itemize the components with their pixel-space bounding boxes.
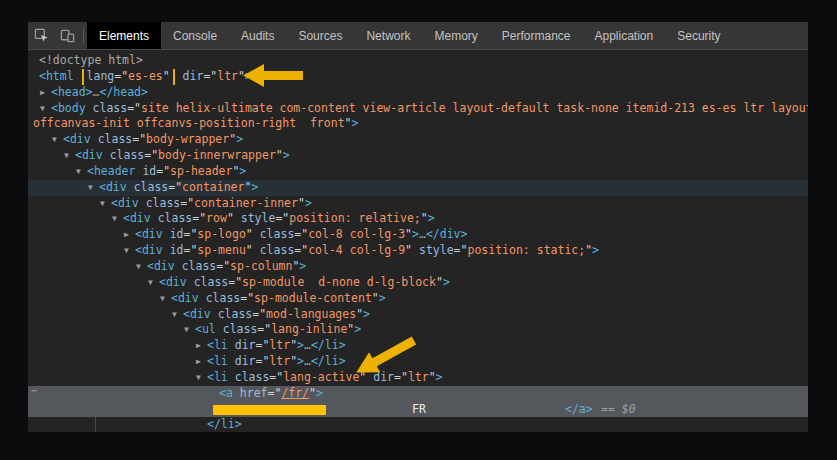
row-body-open[interactable]: ▼<body class="site helix-ultimate com-co… xyxy=(28,101,808,117)
expand-toggle-icon[interactable]: ▼ xyxy=(40,101,51,117)
expand-toggle-icon[interactable]: ▼ xyxy=(160,291,171,307)
code-segment: =" xyxy=(240,291,254,305)
code-segment: > xyxy=(443,275,450,289)
expand-toggle-icon[interactable]: ▼ xyxy=(196,370,207,386)
code-segment: <div xyxy=(135,243,170,257)
code-segment: > xyxy=(363,307,370,321)
row-div-container[interactable]: ▼<div class="container"> xyxy=(28,180,808,196)
row-li-close[interactable]: </li> xyxy=(28,417,808,432)
expand-toggle-icon[interactable]: ▶ xyxy=(196,354,207,370)
code-segment: > xyxy=(297,338,304,352)
tab-performance[interactable]: Performance xyxy=(490,22,583,49)
expand-toggle-icon[interactable]: ▼ xyxy=(64,148,75,164)
code-segment: =" xyxy=(216,259,230,273)
code-segment: > xyxy=(412,227,419,241)
code-segment: body-innerwrapper xyxy=(158,148,276,162)
row-div-sp-menu[interactable]: ▼<div id="sp-menu" class="col-4 col-lg-9… xyxy=(28,243,808,259)
code-segment: lang-active xyxy=(283,370,359,384)
code-segment: <div xyxy=(111,196,146,210)
code-segment: " xyxy=(421,211,428,225)
row-div-sp-column[interactable]: ▼<div class="sp-column"> xyxy=(28,259,808,275)
row-html-open[interactable]: <html lang="es-es" dir="ltr"> xyxy=(28,69,808,85)
code-segment: " xyxy=(309,386,316,400)
code-segment xyxy=(234,211,241,225)
row-doctype[interactable]: <!doctype html> xyxy=(28,53,808,69)
tab-security[interactable]: Security xyxy=(665,22,732,49)
tab-sources[interactable]: Sources xyxy=(286,22,354,49)
row-li-lang-active[interactable]: ▼<li class="lang-active" dir="ltr"> xyxy=(28,370,808,386)
code-segment: class xyxy=(146,196,181,210)
href-link[interactable]: /fr/ xyxy=(281,386,309,400)
row-ul-lang-inline[interactable]: ▼<ul class="lang-inline"> xyxy=(28,322,808,338)
expand-toggle-icon[interactable]: ▼ xyxy=(124,243,135,259)
row-div-container-inner[interactable]: ▼<div class="container-inner"> xyxy=(28,196,808,212)
row-a-fr-content[interactable]: FR</a>== $0 xyxy=(28,402,808,418)
code-segment: href xyxy=(240,386,268,400)
expand-toggle-icon[interactable]: ▼ xyxy=(88,180,99,196)
row-div-mod-languages[interactable]: ▼<div class="mod-languages"> xyxy=(28,307,808,323)
gutter-more-icon[interactable]: ⋯ xyxy=(31,386,38,399)
code-segment: id xyxy=(170,243,184,257)
code-segment: =" xyxy=(183,243,197,257)
code-segment: id xyxy=(170,227,184,241)
code-segment: position: relative; xyxy=(289,211,421,225)
code-segment: ltr xyxy=(269,354,290,368)
code-segment: site helix-ultimate com-content view-art… xyxy=(141,101,808,115)
code-segment: =" xyxy=(183,227,197,241)
code-segment: </li> xyxy=(207,417,242,431)
code-segment: =" xyxy=(156,164,170,178)
inspect-element-icon[interactable] xyxy=(28,22,54,49)
tab-elements[interactable]: Elements xyxy=(87,22,161,49)
row-a-fr-open[interactable]: ⋯<a href="/fr/"> xyxy=(28,386,808,402)
devtools-toolbar: ElementsConsoleAuditsSourcesNetworkMemor… xyxy=(28,22,808,50)
tab-memory[interactable]: Memory xyxy=(422,22,489,49)
code-segment: container-inner xyxy=(194,196,298,210)
row-head[interactable]: ▶<head>…</head> xyxy=(28,85,808,101)
code-segment: " xyxy=(163,69,170,83)
expand-toggle-icon[interactable]: ▼ xyxy=(100,196,111,212)
code-segment: > xyxy=(283,148,290,162)
expand-toggle-icon[interactable]: ▼ xyxy=(172,307,183,323)
code-segment: class xyxy=(194,275,229,289)
row-body-class-wrap[interactable]: offcanvas-init offcanvs-position-right f… xyxy=(28,116,808,132)
row-div-sp-module-content[interactable]: ▼<div class="sp-module-content"> xyxy=(28,291,808,307)
row-div-row[interactable]: ▼<div class="row" style="position: relat… xyxy=(28,211,808,227)
tab-audits[interactable]: Audits xyxy=(229,22,286,49)
tab-network[interactable]: Network xyxy=(354,22,422,49)
code-segment: <li xyxy=(207,354,235,368)
code-segment: ltr xyxy=(217,69,238,83)
code-segment: es-es xyxy=(128,69,163,83)
code-segment: =" xyxy=(275,211,289,225)
row-div-sp-module[interactable]: ▼<div class="sp-module d-none d-lg-block… xyxy=(28,275,808,291)
row-div-body-wrapper[interactable]: ▼<div class="body-wrapper"> xyxy=(28,132,808,148)
code-segment: " xyxy=(276,148,283,162)
expand-toggle-icon[interactable]: ▼ xyxy=(148,275,159,291)
toggle-device-toolbar-icon[interactable] xyxy=(54,22,80,49)
expand-toggle-icon[interactable]: ▶ xyxy=(40,85,51,101)
code-segment: dir xyxy=(235,338,256,352)
expand-toggle-icon[interactable]: ▼ xyxy=(76,164,87,180)
expand-toggle-icon[interactable]: ▶ xyxy=(124,227,135,243)
code-segment: style xyxy=(419,243,454,257)
expand-toggle-icon[interactable]: ▼ xyxy=(52,132,63,148)
row-div-sp-logo[interactable]: ▶<div id="sp-logo" class="col-8 col-lg-3… xyxy=(28,227,808,243)
code-segment: " xyxy=(436,275,443,289)
expand-toggle-icon[interactable]: ▼ xyxy=(112,211,123,227)
row-header-sp-header[interactable]: ▼<header id="sp-header"> xyxy=(28,164,808,180)
code-segment xyxy=(176,69,183,83)
code-segment: ltr xyxy=(269,338,290,352)
annotation-highlight-box: lang="es-es" xyxy=(82,69,175,85)
row-li-2[interactable]: ▶<li dir="ltr">…</li> xyxy=(28,354,808,370)
expand-toggle-icon[interactable]: ▼ xyxy=(184,322,195,338)
code-segment: <!doctype html> xyxy=(39,53,143,67)
code-segment: lang-inline xyxy=(271,322,347,336)
tab-console[interactable]: Console xyxy=(161,22,229,49)
code-segment: class xyxy=(218,307,253,321)
expand-toggle-icon[interactable]: ▼ xyxy=(136,259,147,275)
code-segment: =" xyxy=(255,338,269,352)
dom-tree: <!doctype html><html lang="es-es" dir="l… xyxy=(28,51,808,432)
expand-toggle-icon[interactable]: ▶ xyxy=(196,338,207,354)
code-segment: id xyxy=(142,164,156,178)
row-div-body-innerwrapper[interactable]: ▼<div class="body-innerwrapper"> xyxy=(28,148,808,164)
tab-application[interactable]: Application xyxy=(583,22,666,49)
